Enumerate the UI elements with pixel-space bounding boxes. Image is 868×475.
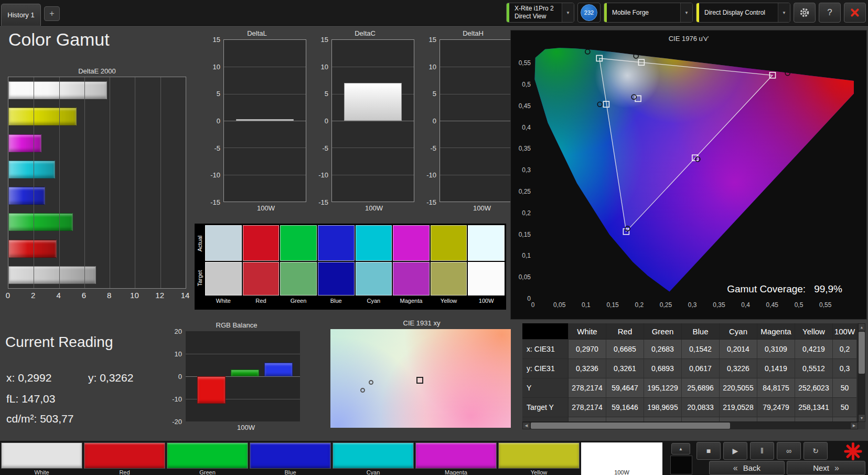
- stop-button[interactable]: ■: [696, 442, 721, 460]
- chevron-down-icon[interactable]: ▼: [680, 3, 692, 22]
- deltae-bar-green: [8, 213, 73, 231]
- rgb-balance-x-label: 100W: [167, 424, 306, 431]
- scroll-right-icon[interactable]: ▶: [850, 422, 858, 429]
- chart-title: DeltaC: [314, 29, 416, 37]
- scroll-down-icon[interactable]: ▼: [858, 414, 865, 422]
- pattern-dropdown[interactable]: Direct Display Control ▼: [696, 3, 790, 23]
- close-button[interactable]: [844, 3, 866, 23]
- pattern-swatch-blue[interactable]: Blue: [250, 442, 331, 475]
- x-tick-label: 0,25: [660, 301, 672, 309]
- table-header: Yellow: [795, 323, 833, 340]
- actual-swatch: [393, 225, 430, 261]
- target-swatch: [205, 262, 242, 295]
- swatch-label: Blue: [250, 469, 331, 475]
- table-cell: 258,1341: [795, 398, 833, 417]
- table-cell: 50: [833, 398, 857, 417]
- gridline: [332, 121, 414, 121]
- gridline: [110, 77, 110, 288]
- table-cell: 0,3109: [757, 340, 795, 359]
- horizontal-scroll-thumb[interactable]: [531, 423, 730, 429]
- rgb-balance-y-axis: 20100-10-20: [167, 331, 186, 421]
- horizontal-scrollbar[interactable]: ◀ ▶: [522, 421, 858, 429]
- settings-button[interactable]: [794, 3, 816, 23]
- y-tick-label: 0: [178, 373, 182, 381]
- play-button[interactable]: ▶: [723, 442, 747, 460]
- meter-name: X-Rite i1Pro 2: [515, 5, 556, 13]
- y-tick-label: 0: [433, 117, 436, 125]
- y-tick-label: 10: [321, 62, 328, 70]
- x-tick-label: 2: [31, 291, 35, 300]
- next-button[interactable]: Next »: [787, 461, 865, 475]
- gridline: [440, 175, 522, 175]
- x-tick-label: 0,05: [553, 301, 565, 309]
- compare-row-labels: Actual Target: [196, 225, 203, 308]
- chevron-down-icon[interactable]: ▼: [562, 3, 574, 22]
- swatch-label: Green: [167, 469, 248, 475]
- compare-column-white: White: [205, 225, 242, 308]
- back-label: Back: [743, 463, 760, 472]
- new-tab-button[interactable]: +: [44, 6, 60, 21]
- back-button[interactable]: « Back: [709, 461, 785, 475]
- delta-chart-deltah: DeltaH151050-5-10-15100W: [422, 29, 524, 212]
- vertical-scrollbar[interactable]: ▲ ▼: [858, 323, 865, 422]
- y-tick-label: -15: [318, 198, 328, 206]
- y-tick-label: 0: [511, 295, 531, 302]
- table-cell: 198,9695: [644, 398, 682, 417]
- table-cell: 0,2970: [569, 340, 606, 359]
- measured-marker: [360, 388, 365, 393]
- infinity-button[interactable]: ∞: [777, 442, 801, 460]
- chart-title: CIE 1931 xy: [330, 319, 513, 327]
- table-cell: 50: [833, 378, 857, 398]
- pattern-swatch-green[interactable]: Green: [167, 442, 248, 475]
- table-cell: 0,2683: [644, 340, 682, 359]
- chevron-down-icon[interactable]: ▼: [778, 3, 790, 22]
- help-button[interactable]: ?: [819, 3, 841, 23]
- compare-column-label: Green: [280, 297, 317, 305]
- table-cell: 59,4647: [606, 378, 644, 398]
- compare-column-label: Cyan: [356, 297, 392, 305]
- loop-button[interactable]: ↻: [803, 442, 828, 460]
- actual-swatch: [431, 225, 467, 261]
- source-dropdown[interactable]: Mobile Forge ▼: [604, 3, 693, 23]
- pattern-swatch-cyan[interactable]: Cyan: [333, 442, 414, 475]
- y-tick-label: 0,15: [511, 231, 531, 238]
- table-header: Cyan: [720, 323, 757, 340]
- pattern-swatch-100w[interactable]: 100W: [581, 442, 662, 475]
- tab-history-1[interactable]: History 1: [1, 4, 41, 26]
- table-header: Green: [644, 323, 682, 340]
- target-swatch: [468, 262, 505, 295]
- y-tick-label: -10: [318, 171, 328, 179]
- meter-status-badge[interactable]: 232: [577, 3, 601, 23]
- pattern-swatch-white[interactable]: White: [1, 442, 82, 475]
- rgb-bar-green: [231, 370, 259, 376]
- delta-chart-deltal: DeltaL151050-5-10-15100W: [206, 29, 308, 212]
- pattern-swatch-magenta[interactable]: Magenta: [415, 442, 497, 475]
- pattern-swatch-yellow[interactable]: Yellow: [498, 442, 580, 475]
- compare-column-label: Red: [243, 297, 280, 305]
- deltae-bar-row: [8, 209, 186, 235]
- scroll-left-icon[interactable]: ◀: [522, 422, 530, 429]
- pattern-swatch-red[interactable]: Red: [84, 442, 165, 475]
- table-row-label: Y: [522, 378, 569, 398]
- pause-button[interactable]: ‖: [750, 442, 774, 460]
- swatch-color: [1, 442, 82, 469]
- meter-dropdown[interactable]: X-Rite i1Pro 2 Direct View ▼: [506, 3, 574, 23]
- topbar-controls: X-Rite i1Pro 2 Direct View ▼ 232 Mobile …: [506, 3, 866, 23]
- x-axis-label: 100W: [314, 204, 416, 212]
- table-cell: 0,1542: [682, 340, 720, 359]
- pattern-preview[interactable]: [670, 456, 692, 474]
- vertical-scroll-thumb[interactable]: [859, 332, 865, 374]
- deltae-bar-yellow: [8, 108, 77, 125]
- measure-indicator-icon[interactable]: [842, 441, 863, 462]
- gridline: [224, 147, 306, 148]
- target-swatch: [431, 262, 467, 295]
- scroll-up-icon[interactable]: ▲: [858, 323, 865, 331]
- y-tick-label: 0,1: [511, 252, 531, 259]
- delta-plot: [331, 39, 414, 202]
- collapse-strip-button[interactable]: ▲: [671, 443, 690, 455]
- y-tick-label: -10: [426, 171, 436, 179]
- y-tick-label: 0: [217, 117, 220, 125]
- table-row-label: Target Y: [522, 398, 569, 417]
- y-axis-labels: 151050-5-10-15: [314, 39, 331, 202]
- x-tick-label: 12: [155, 291, 164, 300]
